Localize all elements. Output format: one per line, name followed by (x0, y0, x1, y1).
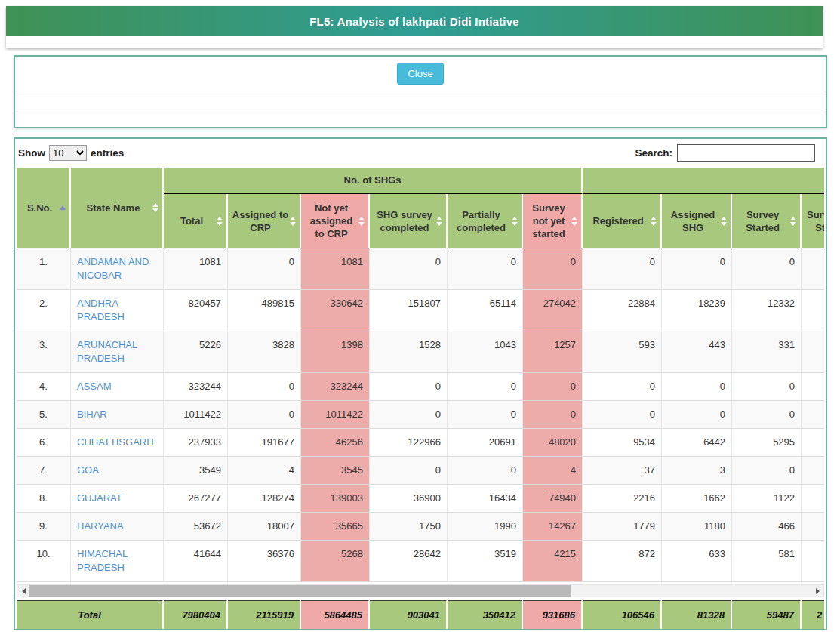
column-header-survey-not-started[interactable]: Survey not yet started (523, 194, 583, 248)
state-link[interactable]: GOA (77, 464, 99, 476)
value-cell: 1779 (583, 513, 662, 541)
state-link[interactable]: CHHATTISGARH (77, 436, 154, 448)
state-cell: ANDHRA PRADESH (71, 290, 164, 331)
value-cell: 0 (448, 373, 523, 401)
column-header-not-assigned-crp[interactable]: Not yet assigned to CRP (301, 194, 370, 248)
value-cell: 35665 (301, 513, 370, 541)
state-link[interactable]: ARUNACHAL PRADESH (77, 339, 137, 364)
table-row: 2.ANDHRA PRADESH820457489815330642151807… (17, 290, 824, 331)
scrollbar-left-arrow-icon[interactable] (17, 585, 29, 597)
row-serial: 10. (17, 541, 71, 582)
state-link[interactable]: HIMACHAL PRADESH (77, 548, 128, 573)
value-cell: 41644 (164, 541, 228, 582)
state-cell: HARYANA (71, 513, 164, 541)
state-cell: BIHAR (71, 401, 164, 429)
value-cell (802, 290, 824, 331)
value-cell: 1528 (370, 331, 448, 373)
value-cell: 0 (583, 373, 662, 401)
state-link[interactable]: ANDAMAN AND NICOBAR (77, 256, 149, 281)
sort-icon (790, 217, 796, 226)
value-cell (802, 373, 824, 401)
value-cell: 0 (448, 248, 523, 290)
value-cell: 5295 (732, 429, 802, 457)
group-header-shgs: No. of SHGs (164, 168, 583, 194)
column-header-partially-completed[interactable]: Partially completed (448, 194, 523, 248)
state-cell: GOA (71, 457, 164, 485)
value-cell: 151807 (370, 290, 448, 331)
value-cell: 5268 (301, 541, 370, 582)
value-cell: 323244 (164, 373, 228, 401)
value-cell: 633 (662, 541, 732, 582)
value-cell: 65114 (448, 290, 523, 331)
state-cell: HIMACHAL PRADESH (71, 541, 164, 582)
scrollbar-thumb[interactable] (29, 585, 571, 597)
value-cell: 2216 (583, 485, 662, 513)
column-header-sno[interactable]: S.No. (17, 168, 71, 248)
row-serial: 7. (17, 457, 71, 485)
close-panel-row (15, 91, 826, 113)
column-header-survey-completed[interactable]: SHG survey completed (370, 194, 448, 248)
column-header-survey-started[interactable]: Survey Started (732, 194, 802, 248)
value-cell: 1180 (662, 513, 732, 541)
search-input[interactable] (677, 144, 815, 162)
value-cell: 1081 (301, 248, 370, 290)
table-row: 9.HARYANA5367218007356651750199014267177… (17, 513, 824, 541)
value-cell: 20691 (448, 429, 523, 457)
value-cell: 0 (583, 248, 662, 290)
search-label: Search: (635, 147, 672, 159)
entries-label: entries (91, 147, 124, 159)
value-cell: 0 (662, 248, 732, 290)
value-cell: 1011422 (164, 401, 228, 429)
value-cell: 237933 (164, 429, 228, 457)
state-link[interactable]: BIHAR (77, 408, 107, 420)
value-cell: 28642 (370, 541, 448, 582)
group-header-row: S.No. State Name No. of SHGs (17, 168, 824, 194)
scrollbar-right-arrow-icon[interactable] (811, 585, 823, 597)
value-cell: 267277 (164, 485, 228, 513)
horizontal-scrollbar[interactable] (17, 584, 824, 597)
state-link[interactable]: ANDHRA PRADESH (77, 298, 125, 322)
value-cell: 0 (370, 248, 448, 290)
entries-select[interactable]: 10 (49, 145, 87, 161)
value-cell: 36900 (370, 485, 448, 513)
table-row: 5.BIHAR101142201011422000000 (17, 401, 824, 429)
sort-asc-icon (60, 205, 66, 210)
state-link[interactable]: ASSAM (77, 381, 112, 392)
close-panel-row (15, 113, 826, 127)
row-serial: 3. (17, 331, 71, 373)
column-header-total[interactable]: Total (164, 194, 228, 248)
value-cell: 489815 (228, 290, 301, 331)
column-header-assigned-shg[interactable]: Assigned SHG (662, 194, 732, 248)
value-cell: 3519 (448, 541, 523, 582)
row-serial: 6. (17, 429, 71, 457)
state-link[interactable]: HARYANA (77, 520, 124, 532)
value-cell: 0 (370, 373, 448, 401)
state-cell: ARUNACHAL PRADESH (71, 331, 164, 373)
value-cell: 0 (523, 248, 583, 290)
table-row: 6.CHHATTISGARH23793319167746256122966206… (17, 429, 824, 457)
close-button[interactable]: Close (397, 63, 443, 85)
row-serial: 2. (17, 290, 71, 331)
column-header-state[interactable]: State Name (71, 168, 164, 248)
sort-icon (651, 217, 657, 226)
sort-icon (358, 217, 365, 226)
state-cell: CHHATTISGARH (71, 429, 164, 457)
column-header-assigned-crp[interactable]: Assigned to CRP (228, 194, 301, 248)
value-cell: 323244 (301, 373, 370, 401)
value-cell: 0 (448, 457, 523, 485)
value-cell: 22884 (583, 290, 662, 331)
total-value-cell: 81328 (662, 600, 732, 630)
value-cell (802, 429, 824, 457)
column-header-registered[interactable]: Registered (583, 194, 662, 248)
state-cell: ASSAM (71, 373, 164, 401)
value-cell: 0 (732, 457, 802, 485)
column-header-didi-survey-not-started[interactable]: Survey not Started (802, 194, 824, 248)
value-cell: 3545 (301, 457, 370, 485)
value-cell (802, 485, 824, 513)
show-label: Show (18, 147, 45, 159)
state-link[interactable]: GUJARAT (77, 492, 122, 504)
sort-icon (290, 217, 296, 226)
value-cell: 48020 (523, 429, 583, 457)
total-value-cell: 931686 (523, 600, 583, 630)
datatable-card: Show10entries Search: S.No. State Name (14, 137, 827, 630)
